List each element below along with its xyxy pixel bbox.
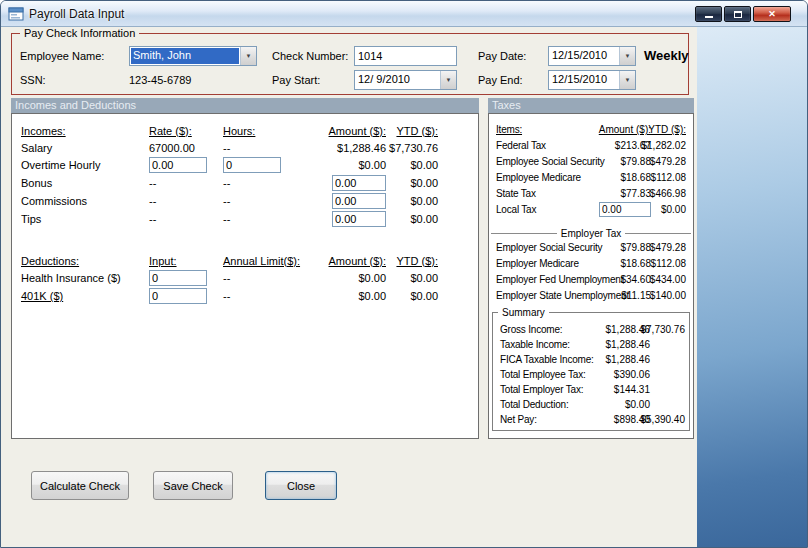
employee-name-value: Smith, John [131, 48, 239, 64]
tax-row-federal: Federal Tax $213.67 $1,282.02 [489, 138, 693, 154]
col-items: Items: [496, 124, 522, 135]
deduction-row-health-insurance: Health Insurance ($) -- $0.00 $0.00 [21, 269, 478, 287]
minimize-button[interactable] [695, 6, 722, 22]
tax-label: State Tax [496, 188, 536, 199]
pay-start-datepicker[interactable]: 12/ 9/2010 ▼ [354, 70, 457, 90]
incomes-deductions-section-header: Incomes and Deductions [11, 98, 479, 113]
employer-tax-divider-label: Employer Tax [561, 228, 621, 239]
pay-end-datepicker[interactable]: 12/15/2010 ▼ [548, 70, 636, 90]
commissions-amount-input[interactable] [332, 193, 386, 209]
tax-amount: $18.68 [620, 172, 651, 183]
summary-label: Net Pay: [500, 414, 537, 425]
health-insurance-input[interactable] [149, 270, 207, 286]
tax-label: Federal Tax [496, 140, 546, 151]
overtime-rate-input[interactable] [149, 157, 207, 173]
tax-row-employer-medicare: Employer Medicare $18.68 $112.08 [489, 256, 693, 272]
col-rate: Rate ($): [149, 125, 223, 137]
employee-name-dropdown-button[interactable]: ▼ [240, 47, 256, 65]
income-ytd: $7,730.76 [386, 142, 438, 154]
col-amount: Amount ($): [318, 255, 386, 267]
maximize-button[interactable] [724, 6, 751, 22]
tax-ytd: $434.00 [650, 274, 686, 285]
tax-label: Employer Fed Unemployment [496, 274, 623, 285]
tax-row-employer-state-unemployment: Employer State Unemployment $11.15 $140.… [489, 288, 693, 304]
summary-label: Gross Income: [500, 324, 562, 335]
income-label: Commissions [21, 195, 149, 207]
local-tax-input[interactable] [599, 202, 651, 217]
close-button[interactable]: Close [265, 471, 337, 500]
summary-row-taxable-income: Taxable Income: $1,288.46 [493, 337, 689, 352]
maximize-icon [734, 11, 742, 18]
pay-start-value: 12/ 9/2010 [355, 71, 440, 89]
summary-row-total-employer-tax: Total Employer Tax: $144.31 [493, 382, 689, 397]
tips-amount-input[interactable] [332, 211, 386, 227]
taxes-panel: Items: Amount ($): YTD ($): Federal Tax … [488, 113, 694, 439]
summary-title: Summary [498, 307, 549, 318]
deduction-401k-link[interactable]: 401K ($) [21, 290, 149, 302]
employee-name-select[interactable]: Smith, John ▼ [129, 46, 257, 66]
summary-row-net-pay: Net Pay: $898.40 $5,390.40 [493, 412, 689, 427]
col-amount: Amount ($): [318, 125, 386, 137]
income-amount: $1,288.46 [318, 142, 386, 154]
tax-row-employer-social-security: Employer Social Security $79.88 $479.28 [489, 240, 693, 256]
pay-end-value: 12/15/2010 [549, 71, 619, 89]
pay-date-dropdown-button[interactable]: ▼ [619, 47, 635, 65]
tax-ytd: $0.00 [661, 204, 686, 215]
pay-date-datepicker[interactable]: 12/15/2010 ▼ [548, 46, 636, 66]
ssn-value: 123-45-6789 [129, 74, 191, 86]
tax-label: Employer Medicare [496, 258, 579, 269]
summary-row-total-deduction: Total Deduction: $0.00 [493, 397, 689, 412]
calculate-check-button[interactable]: Calculate Check [31, 471, 129, 500]
bonus-amount-input[interactable] [332, 175, 386, 191]
summary-ytd: $5,390.40 [641, 414, 686, 425]
tax-ytd: $112.08 [651, 258, 686, 269]
pay-start-dropdown-button[interactable]: ▼ [440, 71, 456, 89]
col-ytd: YTD ($): [648, 124, 686, 135]
col-hours: Hours: [223, 125, 318, 137]
summary-group: Summary Gross Income: $1,288.46 $7,730.7… [492, 312, 690, 431]
col-deductions: Deductions: [21, 255, 149, 267]
income-hours: -- [223, 142, 318, 154]
col-incomes: Incomes: [21, 125, 149, 137]
income-hours: -- [223, 213, 318, 225]
tax-ytd: $140.00 [650, 290, 686, 301]
chevron-down-icon: ▼ [625, 77, 631, 83]
income-ytd: $0.00 [386, 177, 438, 189]
income-ytd: $0.00 [386, 159, 438, 171]
overtime-hours-input[interactable] [223, 157, 281, 173]
form-surface: Pay Check Information Employee Name: Smi… [1, 27, 697, 547]
income-rate: -- [149, 177, 223, 189]
check-number-input[interactable] [354, 46, 457, 66]
col-ytd: YTD ($): [386, 125, 438, 137]
income-label: Salary [21, 142, 149, 154]
ssn-label: SSN: [20, 74, 46, 86]
summary-label: FICA Taxable Income: [500, 354, 594, 365]
save-check-button[interactable]: Save Check [153, 471, 233, 500]
summary-amount: $1,288.46 [606, 354, 651, 365]
income-row-bonus: Bonus -- -- $0.00 [21, 174, 478, 192]
401k-input[interactable] [149, 288, 207, 304]
tax-header-row: Items: Amount ($): YTD ($): [489, 122, 693, 138]
window-titlebar[interactable]: Payroll Data Input ✕ [1, 1, 807, 27]
summary-label: Taxable Income: [500, 339, 570, 350]
summary-row-fica-taxable-income: FICA Taxable Income: $1,288.46 [493, 352, 689, 367]
income-hours: -- [223, 195, 318, 207]
income-row-salary: Salary 67000.00 -- $1,288.46 $7,730.76 [21, 139, 478, 156]
tax-row-local: Local Tax $0.00 [489, 202, 693, 218]
income-row-commissions: Commissions -- -- $0.00 [21, 192, 478, 210]
summary-ytd: $7,730.76 [641, 324, 686, 335]
tax-label: Local Tax [496, 204, 536, 215]
tax-ytd: $479.28 [650, 156, 686, 167]
income-rate: -- [149, 195, 223, 207]
close-window-button[interactable]: ✕ [753, 6, 791, 22]
tax-label: Employee Social Security [496, 156, 605, 167]
income-label: Tips [21, 213, 149, 225]
deduction-ytd: $0.00 [386, 272, 438, 284]
tax-amount: $79.88 [620, 156, 651, 167]
tax-ytd: $479.28 [650, 242, 686, 253]
col-ytd: YTD ($): [386, 255, 438, 267]
pay-end-dropdown-button[interactable]: ▼ [619, 71, 635, 89]
tax-ytd: $1,282.02 [642, 140, 687, 151]
tax-amount: $79.88 [620, 242, 651, 253]
summary-amount: $0.00 [625, 399, 650, 410]
